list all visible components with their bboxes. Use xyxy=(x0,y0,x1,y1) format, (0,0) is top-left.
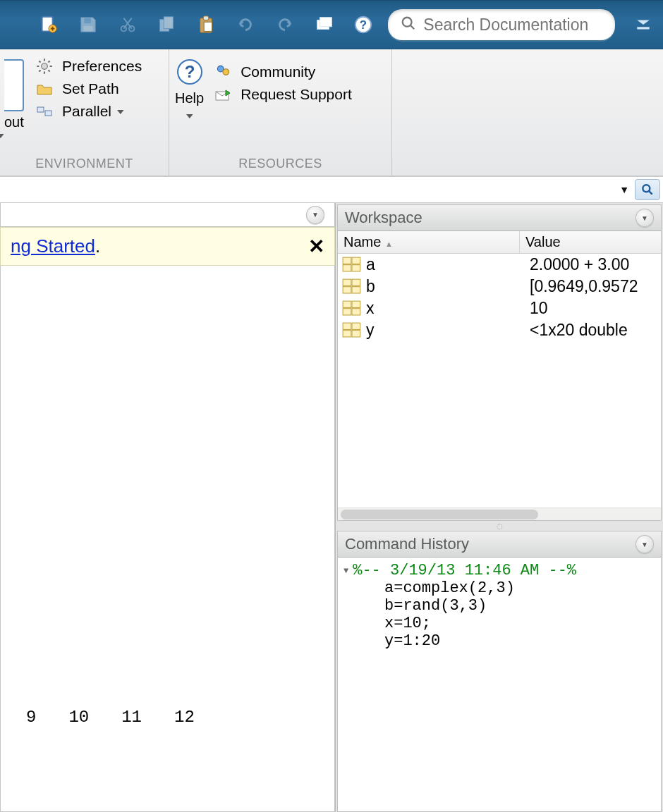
layout-button-partial[interactable]: out ▾ xyxy=(4,55,27,140)
svg-rect-16 xyxy=(637,27,649,29)
current-folder-bar[interactable]: ▼ xyxy=(0,176,663,203)
command-window-panel: ▼ ng Started. ✕ 9 10 11 12 xyxy=(0,203,336,812)
parallel-label: Parallel xyxy=(62,103,111,120)
redo-button[interactable] xyxy=(270,10,300,39)
help-label: Help xyxy=(175,90,204,106)
command-window-body[interactable]: 9 10 11 12 xyxy=(0,266,335,812)
svg-rect-27 xyxy=(352,257,360,264)
svg-text:?: ? xyxy=(184,62,195,81)
svg-rect-7 xyxy=(164,17,174,29)
svg-point-17 xyxy=(42,63,48,70)
parallel-button[interactable]: Parallel ▾ xyxy=(34,100,142,123)
output-value: 9 xyxy=(26,708,36,727)
right-column: Workspace ▼ Name ▲ Value a 2.0000 + 3.00 xyxy=(336,203,663,812)
svg-rect-2 xyxy=(84,18,90,24)
history-session-header[interactable]: ▼ %-- 3/19/13 11:46 AM --% xyxy=(343,562,655,579)
workspace-row[interactable]: a 2.0000 + 3.00 xyxy=(338,254,661,276)
paste-button[interactable] xyxy=(191,10,221,39)
horizontal-scrollbar[interactable] xyxy=(338,508,661,520)
workspace-title: Workspace xyxy=(345,209,422,227)
request-support-button[interactable]: Request Support xyxy=(212,83,352,106)
search-input[interactable] xyxy=(423,16,602,35)
output-value: 11 xyxy=(121,708,142,727)
set-path-button[interactable]: Set Path xyxy=(34,78,142,100)
banner-close-button[interactable]: ✕ xyxy=(308,235,324,258)
getting-started-banner: ng Started. ✕ xyxy=(0,227,335,266)
command-output-numbers: 9 10 11 12 xyxy=(26,708,195,727)
community-button[interactable]: Community xyxy=(212,61,352,83)
svg-point-15 xyxy=(403,17,412,26)
svg-rect-41 xyxy=(352,330,360,336)
variable-icon xyxy=(342,278,362,295)
svg-rect-33 xyxy=(352,286,360,293)
panel-menu-button[interactable]: ▼ xyxy=(306,206,324,224)
help-icon: ? xyxy=(176,58,204,86)
svg-rect-36 xyxy=(343,308,351,314)
vertical-splitter[interactable]: ◌ xyxy=(336,521,663,531)
svg-rect-19 xyxy=(45,111,51,116)
cut-button[interactable] xyxy=(113,10,142,39)
sort-ascending-icon: ▲ xyxy=(385,240,393,248)
search-icon xyxy=(401,16,416,35)
svg-rect-9 xyxy=(203,16,209,20)
command-history-title: Command History xyxy=(345,535,469,553)
windows-button[interactable] xyxy=(310,10,339,39)
collapse-triangle-icon[interactable]: ▼ xyxy=(343,566,348,576)
svg-rect-31 xyxy=(352,279,360,285)
scrollbar-thumb[interactable] xyxy=(341,510,538,519)
history-date: %-- 3/19/13 11:46 AM --% xyxy=(353,562,576,579)
chevron-down-icon: ▾ xyxy=(0,130,34,140)
chevron-down-icon: ▾ xyxy=(117,106,124,116)
copy-button[interactable] xyxy=(152,10,181,39)
save-button[interactable] xyxy=(73,10,103,39)
output-value: 10 xyxy=(68,708,89,727)
svg-rect-29 xyxy=(352,264,360,271)
dropdown-caret-icon[interactable]: ▼ xyxy=(619,184,629,195)
ribbon: out ▾ Preferences Set Path xyxy=(0,49,663,176)
community-icon xyxy=(212,63,233,81)
column-value[interactable]: Value xyxy=(525,234,561,250)
workspace-columns[interactable]: Name ▲ Value xyxy=(338,231,661,254)
help-main-button[interactable]: ? Help ▾ xyxy=(174,55,205,123)
svg-rect-30 xyxy=(343,279,351,285)
group-title-environment: ENVIRONMENT xyxy=(0,156,169,171)
preferences-button[interactable]: Preferences xyxy=(34,55,142,78)
panel-menu-button[interactable]: ▼ xyxy=(635,535,654,553)
svg-rect-32 xyxy=(343,286,351,293)
command-window-header: ▼ xyxy=(0,203,335,227)
svg-rect-40 xyxy=(343,330,351,336)
request-support-label: Request Support xyxy=(241,86,352,103)
variable-icon xyxy=(342,257,362,273)
main-split: ▼ ng Started. ✕ 9 10 11 12 Workspace ▼ xyxy=(0,203,663,812)
var-name: a xyxy=(366,255,530,274)
workspace-row[interactable]: y <1x20 double xyxy=(338,319,661,341)
help-button[interactable]: ? xyxy=(349,10,379,39)
svg-rect-3 xyxy=(83,26,92,32)
community-label: Community xyxy=(241,63,315,80)
var-name: x xyxy=(366,299,530,318)
variable-icon xyxy=(342,322,362,339)
workspace-row[interactable]: x 10 xyxy=(338,297,661,319)
undo-button[interactable] xyxy=(231,10,260,39)
command-history-panel[interactable]: ▼ %-- 3/19/13 11:46 AM --% a=complex(2,3… xyxy=(337,558,662,812)
var-value: 10 xyxy=(530,299,548,318)
svg-rect-39 xyxy=(352,323,360,329)
browse-folder-button[interactable] xyxy=(635,179,660,200)
history-line[interactable]: x=10; xyxy=(343,615,655,632)
search-documentation[interactable] xyxy=(388,9,614,40)
svg-rect-28 xyxy=(343,264,351,271)
svg-rect-10 xyxy=(204,22,212,31)
workspace-body[interactable]: a 2.0000 + 3.00 b [0.9649,0.9572 x 10 y … xyxy=(338,254,661,508)
svg-point-23 xyxy=(223,69,229,75)
getting-started-link[interactable]: ng Started xyxy=(11,235,95,257)
var-name: b xyxy=(366,277,530,296)
column-name[interactable]: Name xyxy=(343,234,381,250)
workspace-row[interactable]: b [0.9649,0.9572 xyxy=(338,276,661,297)
folder-icon xyxy=(34,80,55,98)
new-file-button[interactable] xyxy=(34,10,63,39)
history-line[interactable]: b=rand(3,3) xyxy=(343,597,655,615)
history-line[interactable]: a=complex(2,3) xyxy=(343,579,655,597)
history-line[interactable]: y=1:20 xyxy=(343,632,655,650)
panel-menu-button[interactable]: ▼ xyxy=(635,209,654,227)
minimize-ribbon-button[interactable] xyxy=(631,11,656,39)
